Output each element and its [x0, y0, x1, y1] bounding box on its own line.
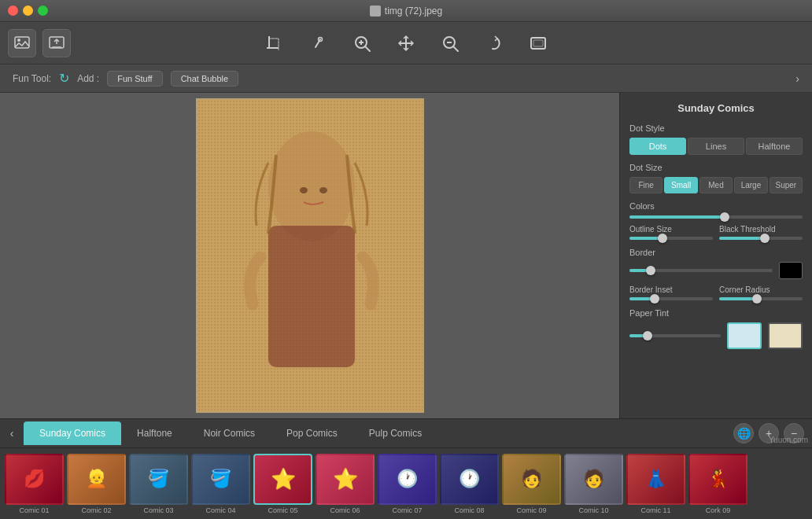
- black-threshold-col: Black Threshold: [719, 225, 803, 240]
- paper-swatch-blue[interactable]: [727, 322, 762, 349]
- right-panel: Sunday Comics Dot Style Dots Lines Halft…: [619, 93, 812, 418]
- svg-rect-9: [269, 39, 279, 48]
- border-inset-slider[interactable]: [629, 297, 713, 300]
- border-row: [629, 262, 803, 279]
- tab-halftone[interactable]: Halftone: [121, 421, 188, 445]
- thumb-comic-01[interactable]: 💋 Comic 01: [5, 454, 64, 514]
- bottom-tabs: ‹ Sunday Comics Halftone Noir Comics Pop…: [0, 418, 812, 448]
- black-threshold-slider[interactable]: [719, 237, 803, 240]
- dot-style-lines[interactable]: Lines: [688, 138, 744, 155]
- thumb-comic-09[interactable]: 🧑 Comic 09: [502, 454, 561, 514]
- funtool-label: Fun Tool:: [13, 73, 51, 84]
- corner-radius-slider[interactable]: [719, 297, 803, 300]
- thumb-comic-02[interactable]: 👱 Comic 02: [67, 454, 126, 514]
- outline-size-slider[interactable]: [629, 237, 713, 240]
- file-icon: [370, 6, 381, 17]
- thumb-comic-06[interactable]: ⭐ Comic 06: [316, 454, 375, 514]
- rotate-tool[interactable]: [479, 28, 509, 58]
- black-threshold-label: Black Threshold: [719, 225, 803, 234]
- border-slider[interactable]: [629, 269, 773, 272]
- titlebar: timg (72).jpeg: [0, 0, 812, 22]
- border-label: Border: [629, 248, 803, 257]
- corner-radius-label: Corner Radius: [719, 285, 803, 294]
- main-toolbar: [0, 22, 812, 64]
- dot-size-label: Dot Size: [629, 163, 803, 172]
- tab-pulp-comics[interactable]: Pulp Comics: [353, 421, 437, 445]
- svg-line-18: [453, 46, 458, 51]
- thumb-comic-10[interactable]: 🧑 Comic 10: [564, 454, 623, 514]
- funtool-expand-icon[interactable]: ›: [795, 72, 799, 85]
- tab-noir-comics[interactable]: Noir Comics: [188, 421, 271, 445]
- svg-point-1: [17, 39, 20, 42]
- export-button[interactable]: [42, 29, 71, 57]
- thumbnails-strip: 💋 Comic 01 👱 Comic 02 🪣 Comic 03 🪣 Comic…: [0, 448, 812, 519]
- thumb-comic-07[interactable]: 🕐 Comic 07: [378, 454, 437, 514]
- dot-style-group: Dots Lines Halftone: [629, 138, 803, 155]
- window-title: timg (72).jpeg: [370, 6, 442, 17]
- tabs-globe-button[interactable]: 🌐: [733, 423, 754, 444]
- border-inset-corner-row: Border Inset Corner Radius: [629, 285, 803, 300]
- thumb-cork-09[interactable]: 💃 Cork 09: [688, 454, 747, 514]
- funtool-bar: Fun Tool: ↻ Add : Fun Stuff Chat Bubble …: [0, 64, 812, 93]
- panel-title: Sunday Comics: [629, 102, 803, 114]
- import-button[interactable]: [8, 29, 36, 57]
- window-controls[interactable]: [8, 6, 48, 16]
- dot-style-label: Dot Style: [629, 123, 803, 133]
- dot-size-super[interactable]: Super: [770, 177, 803, 193]
- svg-rect-26: [268, 226, 355, 367]
- maximize-button[interactable]: [38, 6, 48, 16]
- dot-size-small[interactable]: Small: [664, 177, 697, 193]
- dot-style-halftone[interactable]: Halftone: [746, 138, 803, 155]
- svg-point-25: [268, 131, 355, 241]
- border-color-swatch[interactable]: [779, 262, 803, 279]
- thumb-comic-05[interactable]: ⭐ Comic 05: [253, 454, 312, 514]
- dot-size-large[interactable]: Large: [734, 177, 767, 193]
- thumb-comic-08[interactable]: 🕐 Comic 08: [440, 454, 499, 514]
- svg-point-27: [300, 187, 308, 193]
- preview-tool[interactable]: [523, 28, 553, 58]
- svg-rect-21: [533, 40, 543, 46]
- crop-tool[interactable]: [259, 28, 289, 58]
- thumb-comic-04[interactable]: 🪣 Comic 04: [191, 454, 250, 514]
- colors-slider[interactable]: [629, 215, 803, 219]
- image-frame: [196, 98, 424, 413]
- funtool-add-label: Add :: [77, 73, 99, 84]
- svg-point-28: [319, 187, 327, 193]
- move-tool[interactable]: [391, 28, 421, 58]
- thumb-comic-03[interactable]: 🪣 Comic 03: [129, 454, 188, 514]
- minimize-button[interactable]: [23, 6, 33, 16]
- zoom-out-tool[interactable]: [435, 28, 465, 58]
- paper-tint-label: Paper Tint: [629, 308, 803, 318]
- close-button[interactable]: [8, 6, 18, 16]
- toolbar-tools: [259, 28, 553, 58]
- paper-swatch-cream[interactable]: [768, 322, 803, 349]
- chat-bubble-button[interactable]: Chat Bubble: [171, 71, 239, 86]
- border-inset-label: Border Inset: [629, 285, 713, 294]
- dot-size-fine[interactable]: Fine: [629, 177, 663, 193]
- adjust-tool[interactable]: [303, 28, 333, 58]
- fun-stuff-button[interactable]: Fun Stuff: [107, 71, 162, 86]
- tabs-list: Sunday Comics Halftone Noir Comics Pop C…: [24, 421, 733, 445]
- colors-label: Colors: [629, 201, 803, 211]
- tab-sunday-comics[interactable]: Sunday Comics: [24, 421, 121, 445]
- dot-size-med[interactable]: Med: [699, 177, 733, 193]
- dot-size-group: Fine Small Med Large Super: [629, 177, 803, 193]
- thumb-comic-11[interactable]: 👗 Comic 11: [626, 454, 685, 514]
- dot-style-dots[interactable]: Dots: [629, 138, 686, 155]
- paper-tint-slider[interactable]: [629, 334, 721, 337]
- image-preview: [197, 100, 423, 411]
- colors-slider-row: [629, 215, 803, 219]
- paper-tint-row: [629, 322, 803, 349]
- watermark: Yuuon.com: [769, 436, 808, 444]
- zoom-in-tool[interactable]: [347, 28, 377, 58]
- tabs-scroll-left[interactable]: ‹: [0, 427, 24, 440]
- svg-line-12: [365, 46, 370, 51]
- funtool-refresh-icon[interactable]: ↻: [59, 71, 69, 86]
- preview-svg: [197, 100, 423, 411]
- canvas-area: [0, 93, 619, 418]
- outline-threshold-row: Outline Size Black Threshold: [629, 225, 803, 240]
- outline-size-col: Outline Size: [629, 225, 713, 240]
- tab-pop-comics[interactable]: Pop Comics: [271, 421, 353, 445]
- main-layout: Sunday Comics Dot Style Dots Lines Halft…: [0, 93, 812, 418]
- outline-size-label: Outline Size: [629, 225, 713, 234]
